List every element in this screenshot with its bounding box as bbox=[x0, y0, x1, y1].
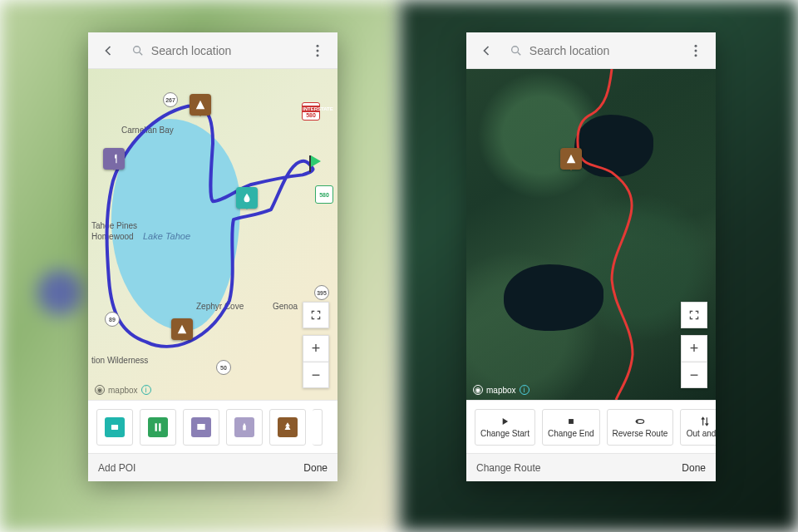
zoom-out-button[interactable]: − bbox=[303, 362, 329, 388]
poi-tool-4[interactable] bbox=[226, 409, 263, 446]
appbar bbox=[88, 32, 337, 69]
poi-tool-5[interactable] bbox=[269, 409, 306, 446]
svg-point-5 bbox=[512, 46, 519, 52]
start-flag[interactable] bbox=[308, 155, 324, 172]
shield-i580b: 580 bbox=[315, 185, 333, 204]
back-button[interactable] bbox=[93, 36, 123, 66]
map-attribution: ◉mapboxi bbox=[95, 385, 151, 395]
footer: Change Route Done bbox=[466, 453, 716, 481]
map-terrain[interactable]: Lake Tahoe Carnelian Bay Tahoe Pines Hom… bbox=[88, 69, 337, 400]
svg-point-7 bbox=[695, 49, 697, 52]
route-line bbox=[88, 69, 337, 400]
footer: Add POI Done bbox=[88, 453, 337, 481]
shield-i580: INTERSTATE580 bbox=[302, 102, 320, 121]
svg-point-2 bbox=[317, 49, 319, 52]
route-line-red bbox=[466, 69, 716, 400]
search-field[interactable] bbox=[505, 36, 677, 66]
svg-point-3 bbox=[317, 54, 319, 57]
svg-point-0 bbox=[134, 46, 140, 52]
shield-267: 267 bbox=[163, 92, 178, 107]
zoom-out-button[interactable]: − bbox=[681, 362, 707, 388]
poi-restaurant[interactable] bbox=[103, 148, 125, 170]
fullscreen-button[interactable] bbox=[303, 302, 329, 328]
poi-toolbar bbox=[88, 400, 337, 453]
search-icon bbox=[131, 43, 145, 58]
svg-point-1 bbox=[317, 44, 319, 47]
poi-tool-3[interactable] bbox=[183, 409, 219, 446]
footer-label: Change Route bbox=[476, 462, 540, 474]
reverse-route-button[interactable]: Reverse Route bbox=[607, 409, 674, 446]
search-field[interactable] bbox=[126, 36, 299, 66]
appbar bbox=[466, 32, 716, 69]
poi-camp-sat[interactable] bbox=[560, 148, 582, 170]
poi-camp-south[interactable] bbox=[171, 318, 193, 340]
poi-water[interactable] bbox=[236, 187, 258, 209]
poi-tool-2[interactable] bbox=[140, 409, 176, 446]
done-button[interactable]: Done bbox=[303, 462, 328, 474]
more-button[interactable] bbox=[681, 36, 711, 66]
svg-rect-4 bbox=[111, 425, 118, 430]
done-button[interactable]: Done bbox=[682, 462, 706, 474]
phone-left: Lake Tahoe Carnelian Bay Tahoe Pines Hom… bbox=[88, 32, 337, 481]
zoom-in-button[interactable]: + bbox=[303, 335, 329, 362]
out-and-back-button[interactable]: Out and B bbox=[680, 409, 716, 446]
poi-tool-1[interactable] bbox=[96, 409, 133, 446]
route-toolbar: Change Start Change End Reverse Route Ou… bbox=[466, 400, 716, 453]
svg-point-6 bbox=[695, 44, 697, 47]
more-button[interactable] bbox=[303, 36, 332, 66]
zoom-in-button[interactable]: + bbox=[681, 335, 707, 362]
poi-tool-more[interactable] bbox=[313, 409, 323, 446]
search-input[interactable] bbox=[151, 44, 294, 57]
fullscreen-button[interactable] bbox=[681, 302, 707, 328]
search-icon bbox=[510, 43, 523, 58]
search-input[interactable] bbox=[530, 44, 672, 57]
change-start-button[interactable]: Change Start bbox=[475, 409, 535, 446]
shield-50: 50 bbox=[216, 360, 231, 375]
shield-395: 395 bbox=[314, 285, 329, 300]
back-button[interactable] bbox=[471, 36, 501, 66]
footer-label: Add POI bbox=[98, 462, 135, 474]
change-end-button[interactable]: Change End bbox=[542, 409, 600, 446]
map-attribution: ◉mapboxi bbox=[473, 385, 530, 395]
map-satellite[interactable]: + − ◉mapboxi bbox=[466, 69, 716, 400]
svg-point-8 bbox=[695, 54, 697, 57]
svg-rect-9 bbox=[569, 419, 574, 424]
poi-camp-north[interactable] bbox=[190, 94, 211, 116]
shield-89: 89 bbox=[105, 312, 120, 327]
phone-right: + − ◉mapboxi Change Start Change End Rev… bbox=[466, 32, 716, 481]
